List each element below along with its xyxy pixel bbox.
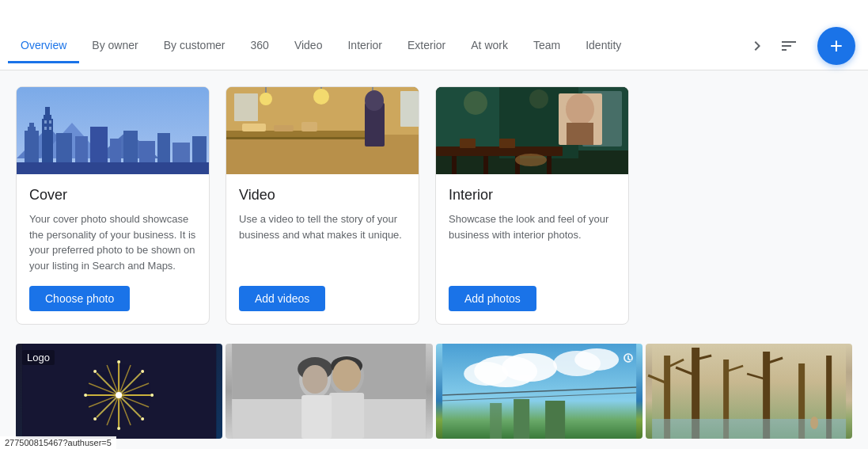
svg-point-75: [150, 394, 154, 397]
svg-rect-87: [301, 395, 332, 439]
cover-card-body: Cover Your cover photo should showcase t…: [17, 174, 209, 324]
thumbnail-couple[interactable]: [226, 344, 432, 439]
interior-card-image: [436, 87, 628, 174]
interior-card: Interior Showcase the look and feel of y…: [435, 86, 629, 325]
logo-label: Logo: [22, 350, 55, 365]
cover-card-image: [17, 87, 209, 174]
cover-card: Cover Your cover photo should showcase t…: [16, 86, 210, 325]
svg-rect-27: [226, 135, 419, 174]
interior-card-description: Showcase the look and feel of your busin…: [449, 211, 616, 273]
svg-point-72: [117, 360, 120, 363]
svg-rect-24: [17, 162, 209, 174]
interior-card-body: Interior Showcase the look and feel of y…: [436, 174, 628, 324]
svg-point-97: [574, 348, 619, 371]
svg-point-73: [117, 427, 120, 430]
svg-point-31: [313, 89, 329, 105]
tab-overview[interactable]: Overview: [8, 29, 79, 63]
add-photos-button[interactable]: Add photos: [449, 286, 536, 311]
svg-rect-101: [514, 399, 529, 439]
video-card: Video Use a video to tell the story of y…: [226, 86, 419, 325]
svg-point-79: [141, 417, 144, 420]
video-card-description: Use a video to tell the story of your bu…: [239, 211, 406, 273]
tab-video[interactable]: Video: [282, 29, 335, 63]
svg-point-94: [502, 353, 557, 382]
svg-rect-52: [436, 146, 563, 156]
interior-card-title: Interior: [449, 187, 616, 204]
svg-point-76: [93, 370, 97, 373]
svg-rect-7: [29, 123, 34, 131]
tab-by-customer[interactable]: By customer: [151, 29, 238, 63]
svg-point-78: [93, 417, 97, 420]
svg-rect-21: [49, 120, 51, 124]
svg-point-30: [260, 93, 272, 105]
svg-point-50: [566, 93, 594, 125]
svg-point-60: [464, 91, 487, 115]
tab-interior[interactable]: Interior: [335, 29, 395, 63]
cover-card-description: Your cover photo should showcase the per…: [29, 211, 196, 273]
svg-point-61: [529, 89, 548, 108]
tab-team[interactable]: Team: [521, 29, 573, 63]
svg-rect-85: [329, 393, 364, 439]
svg-rect-51: [567, 123, 593, 145]
cards-row: Cover Your cover photo should showcase t…: [16, 86, 852, 325]
choose-photo-button[interactable]: Choose photo: [29, 286, 130, 311]
video-card-image: [226, 87, 419, 174]
status-bar: 277500815467?authuser=5: [0, 436, 116, 449]
svg-point-80: [116, 392, 122, 398]
tab-360[interactable]: 360: [238, 29, 282, 63]
svg-point-74: [84, 394, 87, 397]
svg-point-118: [810, 417, 818, 429]
svg-rect-20: [44, 120, 47, 124]
video-card-body: Video Use a video to tell the story of y…: [226, 174, 419, 324]
tab-identity[interactable]: Identity: [573, 29, 634, 63]
svg-rect-41: [400, 91, 419, 127]
svg-point-37: [365, 90, 384, 111]
sort-button[interactable]: [773, 30, 805, 62]
svg-point-77: [141, 370, 144, 373]
navigation-bar: Overview By owner By customer 360 Video …: [0, 22, 868, 70]
tab-at-work[interactable]: At work: [458, 29, 521, 63]
nav-tabs: Overview By owner By customer 360 Video …: [0, 29, 741, 63]
svg-rect-22: [44, 127, 47, 130]
svg-rect-102: [545, 401, 565, 439]
thumbnails-row: Logo: [16, 344, 852, 439]
svg-point-57: [515, 154, 547, 166]
svg-rect-53: [452, 156, 457, 174]
svg-rect-54: [483, 156, 488, 174]
svg-rect-100: [490, 403, 502, 439]
tab-by-owner[interactable]: By owner: [79, 29, 150, 63]
svg-rect-29: [226, 137, 385, 139]
svg-rect-23: [49, 127, 51, 130]
more-tabs-button[interactable]: [741, 30, 773, 62]
thumbnail-forest[interactable]: [646, 344, 852, 439]
svg-point-90: [302, 365, 328, 394]
svg-rect-10: [45, 107, 50, 119]
svg-point-91: [332, 360, 361, 391]
svg-rect-58: [460, 139, 476, 148]
svg-rect-40: [301, 122, 317, 131]
thumbnail-logo[interactable]: Logo: [16, 344, 222, 439]
svg-rect-59: [499, 139, 515, 148]
video-card-title: Video: [239, 187, 406, 204]
add-videos-button[interactable]: Add videos: [239, 286, 325, 311]
thumbnail-sky[interactable]: [436, 344, 642, 439]
main-content: Cover Your cover photo should showcase t…: [0, 70, 868, 449]
tab-exterior[interactable]: Exterior: [395, 29, 458, 63]
svg-rect-39: [274, 125, 294, 131]
svg-rect-38: [242, 124, 266, 131]
svg-point-95: [464, 362, 508, 386]
svg-rect-56: [547, 156, 552, 174]
sky-icon: [620, 350, 636, 369]
add-photo-button[interactable]: +: [817, 27, 855, 65]
cover-card-title: Cover: [29, 187, 196, 204]
svg-rect-28: [226, 131, 385, 137]
svg-rect-42: [234, 93, 258, 121]
